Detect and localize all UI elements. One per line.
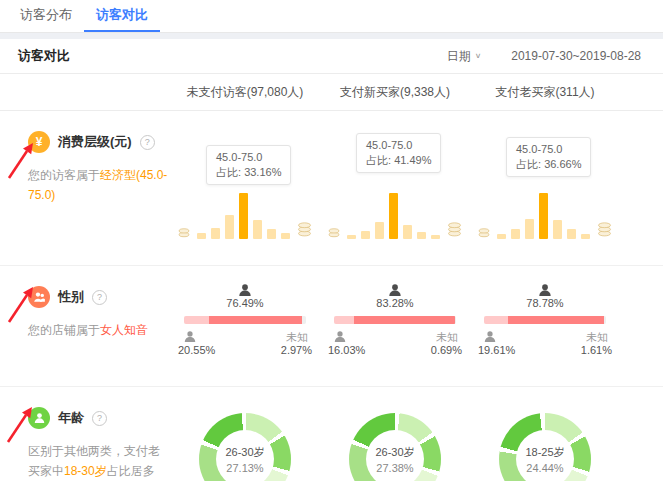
unknown-percent: 2.97%	[281, 344, 312, 356]
section-age: 年龄 ? 区别于其他两类，支付老买家中18-30岁占比居多 26-30岁 27.…	[0, 386, 663, 481]
coins-large-icon	[297, 219, 312, 239]
gender-description: 您的店铺属于女人知音	[28, 320, 170, 340]
desc-text: 您的店铺属于	[28, 323, 100, 337]
histogram-bar[interactable]	[361, 231, 370, 239]
histogram-bar[interactable]	[197, 233, 206, 239]
bar-chart	[347, 193, 440, 239]
male-percent: 16.03%	[328, 344, 365, 356]
histogram-bar[interactable]	[281, 233, 290, 239]
tooltip-label: 占比:	[516, 158, 541, 170]
gender-info: 性别 ? 您的店铺属于女人知音	[0, 266, 170, 386]
histogram-bar[interactable]	[525, 219, 534, 239]
consumption-description: 您的访客属于经济型(45.0-75.0)	[28, 165, 170, 205]
histogram-bar[interactable]	[567, 229, 576, 239]
consumption-bar-chart-old-buyers[interactable]: 45.0-75.0 占比: 36.66%	[470, 111, 620, 265]
histogram-bar[interactable]	[211, 228, 220, 239]
tab-bar: 访客分布 访客对比	[0, 0, 663, 33]
coins-small-icon	[478, 225, 490, 239]
histogram-bar[interactable]	[375, 222, 384, 239]
female-percent: 78.78%	[470, 297, 620, 309]
people-icon	[28, 286, 50, 308]
date-area: 日期 ∨ 2019-07-30~2019-08-28	[447, 48, 641, 65]
female-percent: 76.49%	[170, 297, 320, 309]
donut-center: 18-25岁 24.44%	[516, 430, 574, 481]
section-consumption-level: ¥ 消费层级(元) ? 您的访客属于经济型(45.0-75.0) 45.0-75…	[0, 111, 663, 265]
date-label: 日期	[447, 48, 471, 65]
male-percent: 19.61%	[478, 344, 515, 356]
age-donut-old-buyers[interactable]: 18-25岁 24.44%	[470, 387, 620, 481]
unknown-percent: 0.69%	[431, 344, 462, 356]
donut-top-age-group: 18-25岁	[525, 445, 564, 460]
tab-visitor-comparison[interactable]: 访客对比	[84, 0, 160, 32]
donut-top-age-percent: 27.38%	[376, 462, 413, 474]
unknown-label: 未知	[286, 330, 308, 345]
histogram-bar[interactable]	[267, 229, 276, 239]
tooltip-range: 45.0-75.0	[366, 138, 431, 153]
coins-small-icon	[328, 225, 340, 239]
tooltip-value: 33.16%	[244, 166, 281, 178]
unknown-label: 未知	[436, 330, 458, 345]
section-gender: 性别 ? 您的店铺属于女人知音 76.49% 未知 20.55% 2.97% 8…	[0, 265, 663, 386]
coins-small-icon	[178, 225, 190, 239]
bar-tooltip: 45.0-75.0 占比: 41.49%	[356, 133, 441, 173]
bar-chart	[197, 193, 290, 239]
gender-ratio-bar	[184, 316, 306, 324]
histogram-bar[interactable]	[511, 229, 520, 239]
unknown-percent: 1.61%	[581, 344, 612, 356]
histogram-bar[interactable]	[389, 193, 398, 239]
gender-chart-new-buyers[interactable]: 83.28% 未知 16.03% 0.69%	[320, 266, 470, 386]
donut-top-age-percent: 27.13%	[226, 462, 263, 474]
section-title-gender: 性别	[58, 288, 84, 306]
gender-chart-unpaid[interactable]: 76.49% 未知 20.55% 2.97%	[170, 266, 320, 386]
histogram-bar[interactable]	[253, 220, 262, 239]
histogram-bar[interactable]	[417, 232, 426, 239]
coin-yen-icon: ¥	[28, 131, 50, 153]
section-title-age: 年龄	[58, 409, 84, 427]
tooltip-value: 41.49%	[394, 154, 431, 166]
histogram-bar[interactable]	[553, 220, 562, 239]
donut-top-age-percent: 24.44%	[526, 462, 563, 474]
histogram-bar[interactable]	[497, 234, 506, 239]
desc-highlight: 18-30岁	[64, 464, 107, 478]
date-filter-dropdown[interactable]: 日期 ∨	[447, 48, 482, 65]
chevron-down-icon: ∨	[475, 52, 482, 60]
histogram-bar[interactable]	[539, 193, 548, 239]
age-donut-new-buyers[interactable]: 26-30岁 27.38%	[320, 387, 470, 481]
age-donut-unpaid[interactable]: 26-30岁 27.13%	[170, 387, 320, 481]
gender-ratio-bar	[334, 316, 456, 324]
page-title: 访客对比	[18, 47, 70, 65]
consumption-bar-chart-new-buyers[interactable]: 45.0-75.0 占比: 41.49%	[320, 111, 470, 265]
tab-visitor-distribution[interactable]: 访客分布	[8, 0, 84, 32]
male-percent: 20.55%	[178, 344, 215, 356]
donut-center: 26-30岁 27.38%	[366, 430, 424, 481]
coins-large-icon	[597, 219, 612, 239]
column-header-old-buyers: 支付老买家(311人)	[470, 84, 620, 101]
visitor-comparison-panel: 访客对比 日期 ∨ 2019-07-30~2019-08-28 未支付访客(97…	[0, 39, 663, 481]
help-icon[interactable]: ?	[92, 411, 107, 426]
histogram-bar[interactable]	[347, 235, 356, 239]
donut-center: 26-30岁 27.13%	[216, 430, 274, 481]
donut-top-age-group: 26-30岁	[375, 445, 414, 460]
consumption-bar-chart-unpaid[interactable]: 45.0-75.0 占比: 33.16%	[170, 111, 320, 265]
coins-large-icon	[447, 219, 462, 239]
histogram-bar[interactable]	[581, 234, 590, 239]
age-info: 年龄 ? 区别于其他两类，支付老买家中18-30岁占比居多	[0, 387, 170, 481]
female-percent: 83.28%	[320, 297, 470, 309]
tooltip-range: 45.0-75.0	[216, 150, 281, 165]
histogram-bar[interactable]	[403, 225, 412, 239]
gender-ratio-bar	[484, 316, 606, 324]
date-range[interactable]: 2019-07-30~2019-08-28	[511, 49, 641, 63]
tooltip-label: 占比:	[366, 154, 391, 166]
histogram-bar[interactable]	[239, 193, 248, 239]
donut-top-age-group: 26-30岁	[225, 445, 264, 460]
histogram-bar[interactable]	[225, 215, 234, 239]
panel-header: 访客对比 日期 ∨ 2019-07-30~2019-08-28	[0, 39, 663, 74]
histogram-bar[interactable]	[431, 235, 440, 239]
gender-chart-old-buyers[interactable]: 78.78% 未知 19.61% 1.61%	[470, 266, 620, 386]
tooltip-value: 36.66%	[544, 158, 581, 170]
help-icon[interactable]: ?	[140, 135, 155, 150]
help-icon[interactable]: ?	[92, 290, 107, 305]
unknown-label: 未知	[586, 330, 608, 345]
column-header-unpaid-visitors: 未支付访客(97,080人)	[170, 84, 320, 101]
column-header-new-buyers: 支付新买家(9,338人)	[320, 84, 470, 101]
